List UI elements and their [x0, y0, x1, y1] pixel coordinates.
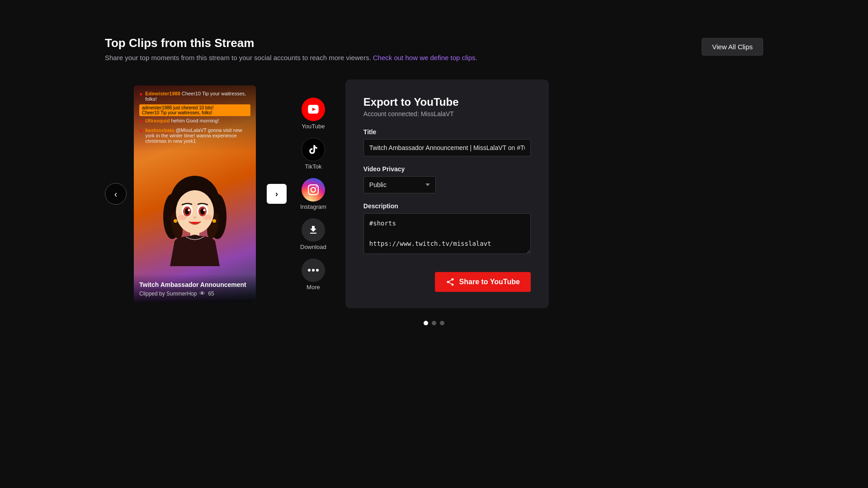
svg-point-12: [188, 209, 190, 211]
subtitle-text: Share your top moments from this stream …: [105, 54, 371, 61]
social-panel: YouTube TikTok Instagram: [297, 95, 329, 293]
share-icon: [446, 277, 455, 286]
pagination-dot-1[interactable]: [424, 321, 428, 325]
page-title: Top Clips from this Stream: [105, 36, 477, 50]
chat-overlay: ♥ Edmeister1988 Cheer10 Tip your waitres…: [134, 85, 256, 152]
youtube-icon-wrap: [302, 98, 325, 121]
youtube-icon: [308, 104, 319, 115]
subtitle: Share your top moments from this stream …: [105, 54, 477, 61]
heart-icon-2: ♥: [139, 118, 142, 125]
social-item-youtube[interactable]: YouTube: [299, 95, 328, 132]
instagram-icon: [308, 184, 319, 195]
svg-point-13: [203, 209, 206, 211]
pagination-dot-3[interactable]: [440, 321, 444, 325]
share-button-label: Share to YouTube: [459, 278, 520, 286]
view-all-button[interactable]: View All Clips: [702, 38, 763, 56]
description-group: Description #shorts https://www.twitch.t…: [363, 202, 531, 256]
title-label: Title: [363, 128, 531, 136]
svg-point-16: [203, 215, 212, 220]
view-count: 65: [208, 291, 214, 297]
svg-point-21: [312, 269, 315, 272]
svg-point-20: [308, 269, 311, 272]
chat-text-2: hehim Good morning!: [171, 118, 219, 123]
youtube-label: YouTube: [302, 123, 325, 130]
description-label: Description: [363, 202, 531, 210]
export-title: Export to YouTube: [363, 96, 531, 108]
svg-point-18: [212, 219, 216, 223]
heart-icon: ♥: [139, 91, 142, 98]
expand-button[interactable]: ›: [267, 184, 287, 204]
chat-message-3: ♥ bastosxbata @MissLalaVT gonna visit ne…: [139, 127, 250, 144]
chat-username-3: bastosxbata: [145, 127, 174, 133]
export-panel: Export to YouTube Account connected: Mis…: [345, 80, 549, 308]
privacy-label: Video Privacy: [363, 165, 531, 173]
chat-message-1: ♥ Edmeister1988 Cheer10 Tip your waitres…: [139, 91, 250, 102]
chat-message-2: ♥ Ultrasquid hehim Good morning!: [139, 118, 250, 125]
title-input[interactable]: [363, 139, 531, 156]
tiktok-icon-wrap: [302, 138, 325, 161]
clip-bottom-info: Twitch Ambassador Announcement Clipped b…: [134, 274, 256, 302]
more-dots-icon: [308, 269, 319, 272]
chat-highlight: admeister1988 just cheered 10 bits!Cheer…: [139, 104, 250, 116]
pagination: [105, 321, 763, 325]
svg-point-5: [176, 190, 214, 234]
eye-icon: 👁: [199, 290, 205, 297]
export-account: Account connected: MissLalaVT: [363, 110, 531, 117]
account-name: MissLalaVT: [421, 110, 454, 117]
social-item-download[interactable]: Download: [297, 216, 329, 253]
download-label: Download: [300, 244, 326, 250]
page: Top Clips from this Stream Share your to…: [0, 0, 868, 488]
chat-username-2: Ultrasquid: [145, 118, 170, 123]
privacy-group: Video Privacy Public Private Unlisted: [363, 165, 531, 193]
tiktok-label: TikTok: [305, 163, 321, 170]
tiktok-icon: [308, 144, 319, 155]
download-icon: [308, 225, 319, 235]
social-item-tiktok[interactable]: TikTok: [299, 135, 328, 173]
header-left: Top Clips from this Stream Share your to…: [105, 36, 477, 61]
clip-title: Twitch Ambassador Announcement: [139, 281, 250, 288]
heart-icon-3: ♥: [139, 128, 142, 134]
clipped-by: Clipped by SummerHop: [139, 291, 197, 297]
main-content: ‹ ♥ Edmeister1988 Cheer10 Tip your waitr…: [105, 80, 763, 308]
header: Top Clips from this Stream Share your to…: [105, 36, 763, 61]
download-icon-wrap: [302, 218, 325, 242]
clip-meta: Clipped by SummerHop 👁 65: [139, 290, 250, 297]
title-group: Title: [363, 128, 531, 156]
chat-username-1: Edmeister1988: [145, 91, 180, 96]
top-clips-link[interactable]: Check out how we define top clips.: [373, 54, 477, 61]
svg-point-14: [193, 216, 196, 218]
more-label: More: [307, 284, 320, 291]
svg-point-17: [174, 219, 177, 223]
social-item-instagram[interactable]: Instagram: [297, 175, 329, 213]
svg-point-22: [316, 269, 319, 272]
description-textarea[interactable]: #shorts https://www.twitch.tv/misslalavt: [363, 213, 531, 254]
clip-preview: ♥ Edmeister1988 Cheer10 Tip your waitres…: [134, 85, 256, 302]
social-item-more[interactable]: More: [299, 256, 328, 293]
more-icon-wrap: [302, 258, 325, 282]
share-to-youtube-button[interactable]: Share to YouTube: [435, 272, 531, 292]
prev-arrow[interactable]: ‹: [105, 183, 127, 205]
instagram-label: Instagram: [300, 203, 326, 210]
svg-point-15: [178, 215, 187, 220]
privacy-select[interactable]: Public Private Unlisted: [363, 176, 436, 193]
instagram-icon-wrap: [302, 178, 325, 202]
pagination-dot-2[interactable]: [432, 321, 436, 325]
account-label: Account connected:: [363, 110, 419, 117]
